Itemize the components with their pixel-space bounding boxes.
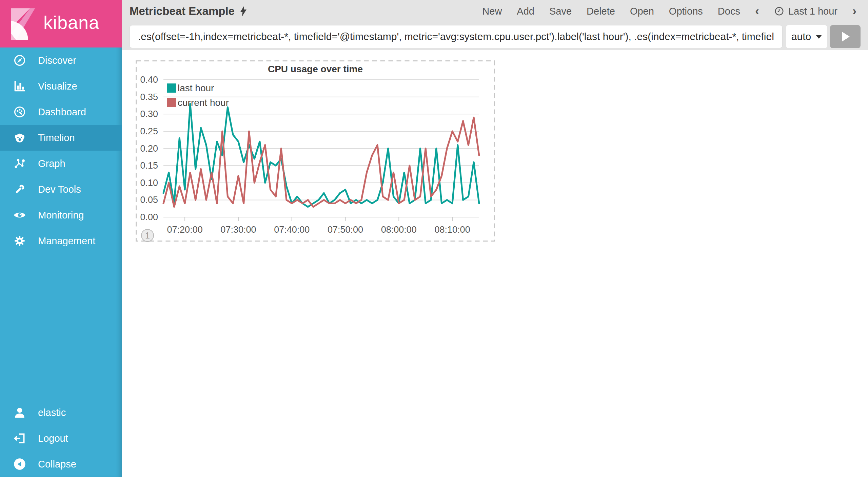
sidebar-item-label: Management: [38, 235, 95, 247]
sheet-title: Metricbeat Example: [130, 5, 235, 18]
menu-add[interactable]: Add: [517, 6, 534, 17]
collapse-circle-icon: [12, 457, 27, 472]
svg-text:08:10:00: 08:10:00: [435, 225, 470, 235]
timelion-chart-panel[interactable]: 0.000.050.100.150.200.250.300.350.4007:2…: [136, 60, 495, 242]
clock-icon: [774, 6, 784, 16]
sidebar-item-visualize[interactable]: Visualize: [0, 73, 122, 99]
content-area: 0.000.050.100.150.200.250.300.350.4007:2…: [122, 50, 868, 477]
svg-text:0.30: 0.30: [140, 109, 158, 119]
svg-text:07:30:00: 07:30:00: [220, 225, 256, 235]
sidebar-item-label: Dashboard: [38, 107, 86, 118]
sidebar-item-collapse[interactable]: Collapse: [0, 451, 122, 477]
sidebar-nav: Discover Visualize Dashboard: [0, 47, 122, 254]
menu-options[interactable]: Options: [669, 6, 703, 17]
svg-text:0.05: 0.05: [140, 195, 158, 205]
main-area: Metricbeat Example New Add Save Delete O…: [122, 0, 868, 477]
sidebar-item-user-elastic[interactable]: elastic: [0, 400, 122, 425]
topbar: Metricbeat Example New Add Save Delete O…: [122, 0, 868, 50]
user-icon: [12, 405, 27, 420]
logout-icon: [12, 431, 27, 446]
kibana-app: kibana Discover Visualize Dashboard: [0, 0, 868, 477]
sidebar-item-label: Collapse: [38, 459, 76, 470]
topbar-menu: New Add Save Delete Open Options Docs ‹ …: [482, 5, 868, 17]
chevron-down-icon: [816, 35, 822, 39]
legend-item-current-hour[interactable]: current hour: [167, 95, 229, 110]
svg-text:08:00:00: 08:00:00: [381, 225, 417, 235]
timelion-expression-input[interactable]: [130, 25, 783, 48]
legend-label: current hour: [178, 97, 229, 108]
sidebar-item-logout[interactable]: Logout: [0, 425, 122, 451]
sidebar-item-label: Discover: [38, 55, 76, 66]
graph-icon: [12, 156, 27, 171]
kibana-logo-text: kibana: [43, 12, 99, 36]
query-row: auto: [130, 25, 861, 48]
sidebar-item-label: Dev Tools: [38, 184, 81, 195]
kibana-logo[interactable]: kibana: [0, 0, 122, 47]
legend-swatch-red: [167, 98, 176, 107]
chart-title: CPU usage over time: [136, 64, 495, 75]
time-picker-label: Last 1 hour: [788, 6, 837, 17]
dashboard-icon: [12, 104, 27, 119]
compass-icon: [12, 53, 27, 68]
sidebar-item-label: Visualize: [38, 81, 77, 92]
sidebar-item-timelion[interactable]: Timelion: [0, 125, 122, 151]
svg-text:07:40:00: 07:40:00: [274, 225, 310, 235]
legend-label: last hour: [178, 83, 214, 94]
svg-text:07:50:00: 07:50:00: [328, 225, 363, 235]
sidebar-item-dashboard[interactable]: Dashboard: [0, 99, 122, 125]
sidebar-item-dev-tools[interactable]: Dev Tools: [0, 176, 122, 202]
svg-text:0.10: 0.10: [140, 178, 158, 188]
svg-text:0.20: 0.20: [140, 144, 158, 154]
sidebar-item-label: Graph: [38, 158, 65, 169]
svg-text:07:20:00: 07:20:00: [167, 225, 203, 235]
sidebar-item-label: Timelion: [38, 132, 75, 144]
topbar-title-row: Metricbeat Example New Add Save Delete O…: [122, 0, 868, 22]
interval-select[interactable]: auto: [786, 25, 827, 48]
panel-number-badge[interactable]: 1: [141, 229, 154, 242]
run-expression-button[interactable]: [830, 25, 861, 48]
menu-save[interactable]: Save: [549, 6, 572, 17]
svg-text:0.15: 0.15: [140, 160, 158, 171]
time-next-icon[interactable]: ›: [852, 5, 856, 17]
svg-text:0.25: 0.25: [140, 126, 158, 136]
svg-text:0.00: 0.00: [140, 212, 158, 222]
sidebar-item-graph[interactable]: Graph: [0, 151, 122, 176]
sidebar-item-label: Logout: [38, 433, 68, 444]
menu-delete[interactable]: Delete: [587, 6, 615, 17]
svg-text:0.35: 0.35: [140, 92, 158, 102]
legend-item-last-hour[interactable]: last hour: [167, 81, 229, 95]
lightning-bolt-icon: [239, 5, 248, 17]
gear-icon: [12, 233, 27, 248]
kibana-logo-icon: [8, 6, 36, 41]
sea-lion-icon: [12, 130, 27, 145]
legend-swatch-teal: [167, 83, 176, 93]
eye-icon: [12, 208, 27, 223]
bar-chart-icon: [12, 79, 27, 94]
sidebar-item-discover[interactable]: Discover: [0, 47, 122, 73]
time-picker[interactable]: Last 1 hour: [774, 6, 837, 17]
chart-legend: last hour current hour: [167, 81, 229, 110]
wrench-icon: [12, 182, 27, 197]
menu-new[interactable]: New: [482, 6, 502, 17]
interval-value: auto: [791, 31, 811, 42]
sidebar-item-label: Monitoring: [38, 210, 84, 221]
menu-open[interactable]: Open: [630, 6, 654, 17]
sidebar-footer: elastic Logout Collapse: [0, 400, 122, 477]
play-icon: [842, 32, 850, 41]
sidebar: kibana Discover Visualize Dashboard: [0, 0, 122, 477]
sidebar-item-management[interactable]: Management: [0, 228, 122, 254]
menu-docs[interactable]: Docs: [718, 6, 740, 17]
time-prev-icon[interactable]: ‹: [755, 5, 759, 17]
svg-text:0.40: 0.40: [140, 75, 158, 85]
sidebar-item-label: elastic: [38, 407, 66, 418]
sidebar-item-monitoring[interactable]: Monitoring: [0, 202, 122, 228]
